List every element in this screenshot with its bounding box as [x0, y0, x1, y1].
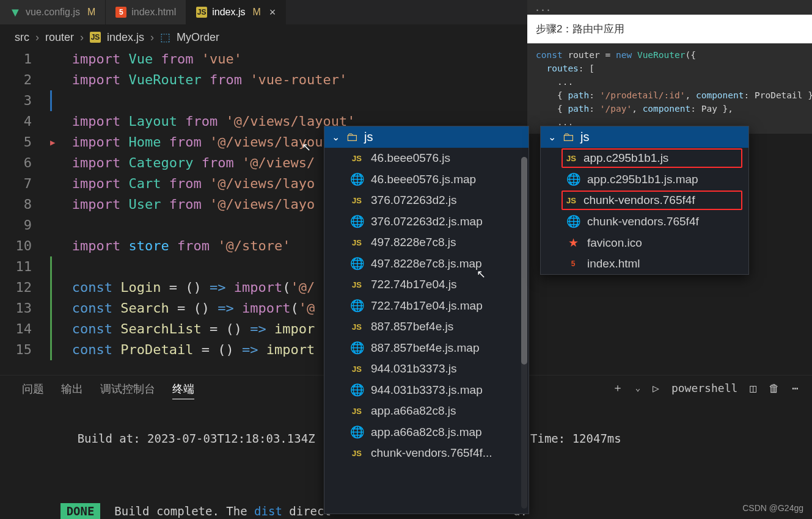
- doc-panel: ... 步骤2：路由中应用 const router = new VueRout…: [527, 0, 812, 134]
- file-item[interactable]: 🌐376.072263d2.js.map: [324, 211, 529, 232]
- breadcrumb-file[interactable]: index.js: [107, 31, 144, 44]
- file-name: app.c295b1b1.js.map: [587, 173, 698, 186]
- file-name: 944.031b3373.js: [371, 362, 457, 376]
- symbol-icon: ⬚: [160, 31, 170, 44]
- file-item[interactable]: JS944.031b3373.js: [324, 358, 529, 379]
- html-icon: 5: [115, 7, 126, 18]
- file-item[interactable]: JSchunk-vendors.765f4f...: [324, 443, 529, 463]
- panel-tab-problems[interactable]: 问题: [22, 382, 44, 399]
- close-icon[interactable]: ×: [269, 6, 276, 19]
- js-icon: JS: [350, 407, 364, 416]
- folder-name: js: [580, 130, 589, 144]
- split-editor-icon[interactable]: ◫: [750, 382, 756, 394]
- js-icon: JS: [350, 322, 364, 332]
- panel-tab-terminal[interactable]: 终端: [172, 382, 194, 399]
- file-item[interactable]: JS376.072263d2.js: [324, 190, 529, 211]
- vue-icon: ▼: [10, 7, 21, 18]
- modified-indicator: M: [87, 7, 95, 18]
- js-icon: JS: [350, 238, 364, 247]
- tab-index-html[interactable]: 5 index.html: [106, 0, 186, 24]
- file-item[interactable]: 🌐chunk-vendors.765f4f: [541, 211, 748, 232]
- file-item[interactable]: JS887.857bef4e.js: [324, 316, 529, 337]
- tab-label: index.html: [131, 7, 176, 18]
- chevron-down-icon[interactable]: ⌄: [548, 131, 556, 143]
- js-icon: JS: [566, 196, 576, 205]
- tab-index-js[interactable]: JS index.js M ×: [186, 0, 286, 24]
- build-timestamp: 2023-07-03T12:18:03.134Z -: [147, 432, 336, 445]
- file-item[interactable]: ★favicon.ico: [541, 232, 748, 253]
- chevron-right-icon: ›: [150, 31, 154, 44]
- scrollbar-thumb[interactable]: [521, 157, 527, 365]
- tab-label: vue.config.js: [26, 7, 80, 18]
- star-icon: ★: [566, 236, 580, 250]
- file-item[interactable]: 🌐887.857bef4e.js.map: [324, 337, 529, 358]
- file-item[interactable]: 🌐497.8228e7c8.js.map: [324, 253, 529, 274]
- breadcrumb-seg[interactable]: src: [15, 31, 29, 44]
- file-item[interactable]: JS497.8228e7c8.js: [324, 232, 529, 253]
- js-icon: JS: [350, 280, 364, 289]
- file-item[interactable]: JSapp.c295b1b1.js: [561, 148, 742, 168]
- panel-tab-debug[interactable]: 调试控制台: [100, 382, 155, 399]
- file-item[interactable]: JSchunk-vendors.765f4f: [561, 191, 742, 210]
- folder-name: js: [364, 130, 373, 144]
- html-icon: 5: [566, 260, 580, 268]
- chevron-right-icon: ›: [80, 31, 84, 44]
- chevron-down-icon[interactable]: ⌄: [332, 131, 340, 143]
- file-name: 944.031b3373.js.map: [371, 383, 483, 397]
- build-time: Time: 12047ms: [530, 429, 621, 448]
- globe-icon: 🌐: [350, 214, 364, 228]
- file-name: 376.072263d2.js.map: [371, 215, 483, 228]
- file-name: 46.beee0576.js: [371, 151, 450, 165]
- popup-header[interactable]: ⌄ 🗀 js: [541, 126, 748, 148]
- dist-folder: dist: [254, 504, 282, 518]
- file-name: app.a66a82c8.js.map: [371, 426, 482, 439]
- file-item[interactable]: JSapp.a66a82c8.js: [324, 401, 529, 421]
- file-name: 887.857bef4e.js: [371, 320, 453, 333]
- globe-icon: 🌐: [350, 172, 364, 186]
- popup-header[interactable]: ⌄ 🗀 js: [324, 126, 529, 148]
- shell-name[interactable]: powershell: [671, 382, 737, 394]
- watermark: CSDN @G24gg: [742, 503, 803, 513]
- folder-icon: 🗀: [562, 130, 574, 144]
- doc-ellipsis: ...: [527, 0, 812, 15]
- globe-icon: 🌐: [350, 256, 364, 270]
- js-icon: JS: [350, 196, 364, 205]
- file-item[interactable]: JS46.beee0576.js: [324, 148, 529, 169]
- file-item[interactable]: 🌐app.c295b1b1.js.map: [541, 169, 748, 190]
- file-name: 887.857bef4e.js.map: [371, 341, 479, 355]
- file-item[interactable]: JS722.74b17e04.js: [324, 274, 529, 295]
- file-name: 722.74b17e04.js: [371, 278, 457, 291]
- file-item[interactable]: 🌐944.031b3373.js.map: [324, 379, 529, 401]
- file-item[interactable]: 🌐722.74b17e04.js.map: [324, 295, 529, 316]
- panel-tab-output[interactable]: 输出: [61, 382, 83, 399]
- chevron-down-icon[interactable]: ⌄: [635, 383, 640, 393]
- split-terminal-icon[interactable]: ▷: [653, 382, 659, 394]
- file-name: 376.072263d2.js: [371, 194, 457, 207]
- file-name: 497.8228e7c8.js.map: [371, 257, 482, 270]
- tab-vue-config[interactable]: ▼ vue.config.js M: [0, 0, 106, 24]
- js-icon: JS: [350, 449, 364, 458]
- file-item[interactable]: 🌐46.beee0576.js.map: [324, 169, 529, 190]
- file-item[interactable]: 🌐app.a66a82c8.js.map: [324, 421, 529, 443]
- js-icon: JS: [350, 154, 364, 163]
- file-explorer-popup-2: ⌄ 🗀 js JSapp.c295b1b1.js🌐app.c295b1b1.js…: [540, 126, 749, 275]
- more-icon[interactable]: ⋯: [792, 382, 799, 394]
- new-terminal-icon[interactable]: ＋: [612, 380, 623, 395]
- js-icon: JS: [566, 154, 576, 163]
- file-name: 497.8228e7c8.js: [371, 236, 456, 249]
- folder-icon: 🗀: [346, 130, 358, 144]
- file-name: index.html: [587, 257, 640, 270]
- trash-icon[interactable]: 🗑: [769, 382, 780, 394]
- done-text: Build complete. The: [114, 504, 254, 518]
- file-name: app.c295b1b1.js: [583, 151, 668, 165]
- js-icon: JS: [90, 32, 101, 43]
- file-name: chunk-vendors.765f4f...: [371, 446, 492, 460]
- breadcrumb-symbol[interactable]: MyOrder: [177, 31, 219, 44]
- file-item[interactable]: 5index.html: [541, 253, 748, 274]
- tab-label: index.js: [212, 7, 245, 18]
- js-icon: JS: [196, 7, 207, 18]
- doc-code-block: const router = new VueRouter({ routes: […: [527, 43, 812, 134]
- file-name: app.a66a82c8.js: [371, 404, 456, 418]
- file-name: favicon.ico: [587, 236, 642, 250]
- breadcrumb-seg[interactable]: router: [45, 31, 74, 44]
